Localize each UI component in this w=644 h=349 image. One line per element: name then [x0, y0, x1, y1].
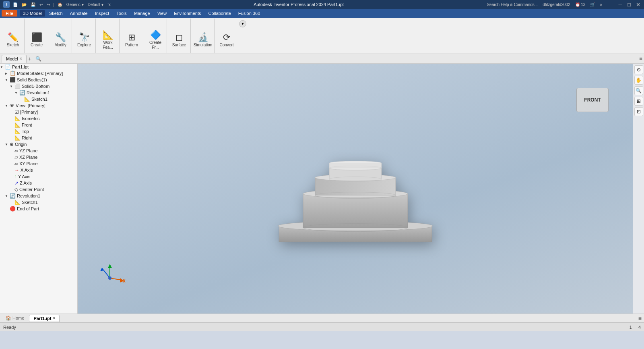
- expand-arrow[interactable]: ▼: [5, 194, 10, 198]
- expand-arrow[interactable]: ▼: [14, 91, 19, 95]
- search-help-button[interactable]: Search Help & Commands...: [486, 2, 539, 7]
- home-tab[interactable]: 🏠 Home: [2, 315, 27, 322]
- home-button[interactable]: 🏠: [57, 2, 63, 7]
- tree-item-right[interactable]: ▶ 📐 Right: [0, 135, 77, 141]
- menu-3dmodel[interactable]: 3D Model: [20, 10, 45, 17]
- menu-manage[interactable]: Manage: [131, 10, 153, 17]
- convert-button[interactable]: ⟳ Convert: [218, 29, 235, 52]
- zoomall-button[interactable]: ⊞: [634, 97, 643, 106]
- tree-item-zaxis[interactable]: ▶ ↗ Z Axis: [0, 180, 77, 186]
- file-menu[interactable]: File: [2, 10, 17, 17]
- explore-button[interactable]: 🔭 Explore: [75, 29, 93, 52]
- ribbon: ✏️ Sketch ⬛ Create 🔧 Modify 🔭 Explore 📐 …: [0, 18, 644, 54]
- active-tab-close[interactable]: ×: [53, 316, 55, 320]
- orbit-button[interactable]: ⊙: [634, 65, 643, 74]
- undo-button[interactable]: ↩: [39, 2, 43, 7]
- viewport[interactable]: FRONT: [78, 64, 633, 314]
- explore-icon: 🔭: [79, 33, 90, 42]
- tree-item-xaxis[interactable]: ▶ → X Axis: [0, 167, 77, 173]
- bottom-tabbar: 🏠 Home Part1.ipt × ≡: [0, 314, 644, 322]
- tree-item-front[interactable]: ▶ 📐 Front: [0, 122, 77, 128]
- surface-label: Surface: [172, 43, 186, 48]
- workfeatures-button[interactable]: 📐 Work Fea...: [99, 29, 117, 52]
- create-button[interactable]: ⬛ Create: [28, 29, 45, 52]
- expand-arrow[interactable]: ▶: [5, 72, 10, 75]
- menubar: File 3D Model Sketch Annotate Inspect To…: [0, 9, 644, 18]
- viewcube[interactable]: FRONT: [576, 88, 609, 112]
- menu-tools[interactable]: Tools: [113, 10, 130, 17]
- generic-dropdown[interactable]: Generic ▾: [66, 2, 85, 7]
- tree-item-view[interactable]: ▼ 👁 View: [Primary]: [0, 102, 77, 109]
- fx-button[interactable]: fx: [107, 2, 111, 7]
- tree-item-isometric[interactable]: ▶ 📐 Isometric: [0, 115, 77, 122]
- menu-inspect[interactable]: Inspect: [92, 10, 112, 17]
- tab-menu-button[interactable]: ≡: [639, 56, 642, 62]
- tree-item-revolution1-nested[interactable]: ▼ 🔄 Revolution1: [0, 89, 77, 96]
- menu-collaborate[interactable]: Collaborate: [205, 10, 234, 17]
- menu-environments[interactable]: Environments: [171, 10, 204, 17]
- pan-button[interactable]: ✋: [634, 76, 643, 85]
- expand-arrow[interactable]: ▼: [5, 78, 10, 82]
- redo-button[interactable]: ↪: [46, 2, 51, 7]
- createfreeform-button[interactable]: 🔷 Create Fr...: [147, 29, 164, 52]
- svg-rect-12: [329, 163, 382, 168]
- expand-arrow[interactable]: ▼: [5, 104, 10, 108]
- tree-item-primary-view[interactable]: ▶ ☑ [Primary]: [0, 109, 77, 115]
- tab-model-close[interactable]: ×: [20, 56, 22, 61]
- expand-arrow[interactable]: ▼: [5, 143, 10, 146]
- pattern-button[interactable]: ⊞ Pattern: [123, 29, 140, 52]
- tree-item-part1[interactable]: ▼ 📄 Part1.ipt: [0, 64, 77, 70]
- tree-item-centerpoint[interactable]: ▶ ◇ Center Point: [0, 186, 77, 193]
- cart-button[interactable]: 🛒: [589, 2, 596, 7]
- save-button[interactable]: 💾: [30, 2, 36, 7]
- user-button[interactable]: dfitzgerald2002: [542, 2, 571, 7]
- modify-button[interactable]: 🔧 Modify: [52, 29, 69, 52]
- bottom-tab-menu[interactable]: ≡: [638, 315, 642, 322]
- ribbon-dropdown[interactable]: ▼: [239, 20, 246, 27]
- tree-item-sketch1-nested[interactable]: ▶ 📐 Sketch1: [0, 96, 77, 102]
- open-button[interactable]: 📂: [21, 2, 27, 7]
- sketch-button[interactable]: ✏️ Sketch: [4, 29, 22, 52]
- zoom-button[interactable]: 🔍: [634, 86, 643, 95]
- active-tab[interactable]: Part1.ipt ×: [29, 315, 60, 322]
- expand-button[interactable]: »: [599, 2, 603, 7]
- lookat-button[interactable]: ⊡: [634, 107, 643, 116]
- svg-rect-2: [303, 194, 408, 228]
- tree-item-yaxis[interactable]: ▶ ↑ Y Axis: [0, 173, 77, 180]
- tab-add-button[interactable]: +: [27, 55, 32, 63]
- home-tab-label: Home: [12, 316, 24, 320]
- default-dropdown[interactable]: Default ▾: [87, 2, 104, 7]
- tree-item-yzplane[interactable]: ▶ ▱ YZ Plane: [0, 147, 77, 154]
- menu-fusion360[interactable]: Fusion 360: [235, 10, 263, 17]
- tree-item-origin[interactable]: ▼ ⊕ Origin: [0, 141, 77, 147]
- simulation-button[interactable]: 🔬 Simulation: [194, 29, 212, 52]
- menu-sketch[interactable]: Sketch: [46, 10, 66, 17]
- tree-item-sketch1-top[interactable]: ▶ 📐 Sketch1: [0, 199, 77, 206]
- tree-item-xzplane[interactable]: ▶ ▱ XZ Plane: [0, 154, 77, 160]
- main-area: ▼ 📄 Part1.ipt ▶ 📋 Model States: [Primary…: [0, 64, 644, 314]
- pattern-label: Pattern: [125, 43, 138, 48]
- maximize-button[interactable]: □: [626, 2, 632, 7]
- new-button[interactable]: 📄: [12, 2, 19, 7]
- tree-item-endofpart[interactable]: ▶ 🔴 End of Part: [0, 206, 77, 212]
- expand-arrow[interactable]: ▼: [0, 65, 5, 69]
- tree-item-solidbodies[interactable]: ▼ ⬛ Solid Bodies(1): [0, 77, 77, 83]
- minimize-button[interactable]: ─: [617, 2, 623, 7]
- tree-item-revolution1-top[interactable]: ▼ 🔄 Revolution1: [0, 193, 77, 199]
- tree-item-solid1bottom[interactable]: ▼ ⬜ Solid1-Bottom: [0, 83, 77, 89]
- close-button[interactable]: ✕: [635, 2, 641, 7]
- expand-arrow[interactable]: ▼: [10, 85, 14, 88]
- menu-view[interactable]: View: [154, 10, 170, 17]
- tab-search-button[interactable]: 🔍: [35, 55, 42, 62]
- surface-button[interactable]: ◻ Surface: [170, 29, 188, 52]
- svg-line-14: [102, 268, 110, 278]
- tree-item-modelstates[interactable]: ▶ 📋 Model States: [Primary]: [0, 70, 77, 77]
- tree-item-xyplane[interactable]: ▶ ▱ XY Plane: [0, 160, 77, 167]
- timer-button[interactable]: ⏰ 13: [574, 2, 586, 7]
- page-total: 4: [638, 325, 641, 330]
- tab-model[interactable]: Model ×: [2, 55, 27, 63]
- modelstates-icon: 📋: [10, 71, 16, 76]
- tree-item-top[interactable]: ▶ 📐 Top: [0, 128, 77, 135]
- menu-annotate[interactable]: Annotate: [67, 10, 91, 17]
- modify-label: Modify: [54, 43, 66, 48]
